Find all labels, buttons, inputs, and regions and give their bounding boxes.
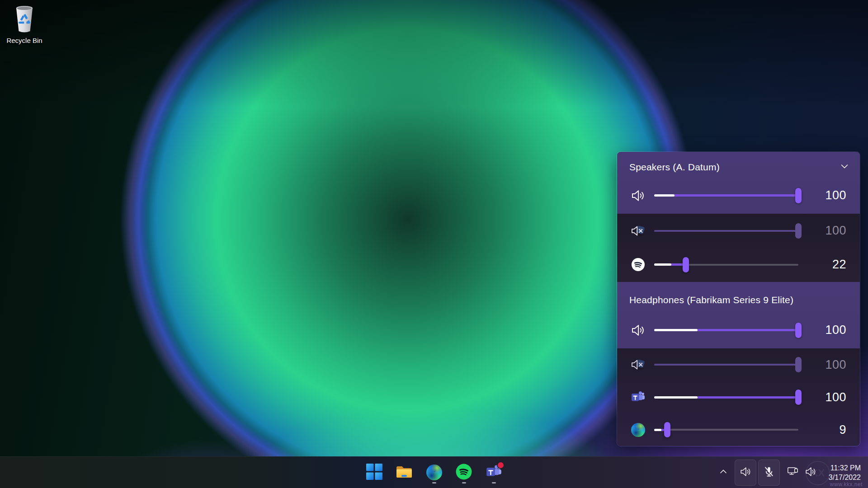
app-volume-row: 22 (617, 248, 860, 282)
spotify-icon (629, 256, 647, 274)
device-name: Headphones (Fabrikam Series 9 Elite) (629, 295, 793, 305)
speaker-output-icon (805, 466, 816, 479)
device-volume-slider[interactable] (654, 188, 798, 204)
app-volume-row: 100 (617, 381, 860, 413)
clock-date: 3/17/2022 (822, 473, 861, 482)
notification-badge (498, 462, 504, 468)
edge-icon (629, 421, 647, 439)
slider-thumb[interactable] (795, 357, 802, 372)
chevron-up-icon (718, 467, 728, 479)
clock[interactable]: 11:32 PM 3/17/2022 (822, 463, 863, 482)
slider-thumb[interactable] (795, 223, 802, 239)
volume-value: 100 (807, 188, 846, 202)
start-icon (366, 464, 382, 482)
app-streams-headphones: 100 100 (617, 348, 860, 446)
file-explorer-icon (396, 465, 413, 481)
spotify-button[interactable] (454, 460, 473, 485)
watermark-text: www.kkx.net (830, 481, 863, 488)
slider-thumb[interactable] (795, 188, 802, 203)
app-streams-speakers: 100 22 (617, 214, 860, 282)
running-indicator (462, 482, 466, 483)
device-volume-row: 100 (617, 177, 860, 214)
device-name: Speakers (A. Datum) (629, 162, 720, 173)
app-volume-slider[interactable] (654, 223, 798, 239)
tray-indicator-icons[interactable] (787, 466, 816, 479)
device-section-headphones: Headphones (Fabrikam Series 9 Elite) 100 (617, 282, 860, 348)
recycle-bin[interactable]: Recycle Bin (6, 4, 42, 44)
start-button[interactable] (365, 460, 384, 485)
volume-value: 100 (807, 390, 846, 404)
recycle-bin-icon (12, 4, 37, 35)
tray-overflow-button[interactable] (716, 464, 731, 482)
teams-icon (629, 388, 647, 406)
file-explorer-button[interactable] (395, 460, 414, 485)
slider-thumb[interactable] (795, 389, 802, 405)
volume-mixer-flyout: Speakers (A. Datum) 100 (617, 151, 860, 446)
app-volume-slider[interactable] (654, 257, 798, 273)
slider-thumb[interactable] (683, 257, 689, 272)
app-volume-row: 100 (617, 214, 860, 248)
app-volume-row: 9 (617, 413, 860, 446)
system-sounds-muted-icon (629, 222, 647, 240)
running-indicator (432, 482, 436, 483)
microphone-muted-icon (763, 466, 775, 479)
slider-thumb[interactable] (795, 323, 802, 338)
taskbar: KX 11:32 PM 3/17/2022 www.kkx.net (0, 456, 868, 488)
monitor-plug-icon (787, 466, 799, 479)
microphone-tray-button[interactable] (758, 460, 780, 486)
app-volume-row: 100 (617, 348, 860, 381)
speaker-volume-icon (629, 321, 647, 339)
spotify-icon (456, 464, 472, 482)
speaker-icon (740, 466, 751, 479)
device-volume-row: 100 (617, 312, 860, 348)
chevron-down-icon[interactable] (839, 161, 850, 174)
volume-value: 100 (807, 323, 846, 337)
desktop: Recycle Bin Speakers (A. Datum) (0, 0, 868, 488)
clock-time: 11:32 PM (822, 463, 861, 473)
device-volume-slider[interactable] (654, 322, 798, 338)
system-sounds-muted-icon (629, 356, 647, 374)
volume-value: 22 (807, 258, 846, 272)
volume-tray-button[interactable] (735, 460, 756, 486)
volume-value: 100 (807, 224, 846, 238)
teams-button[interactable] (484, 460, 503, 485)
edge-icon (426, 465, 442, 480)
app-volume-slider[interactable] (654, 389, 798, 405)
running-indicator (492, 482, 496, 483)
slider-thumb[interactable] (664, 422, 670, 437)
speaker-volume-icon (629, 187, 647, 205)
app-volume-slider[interactable] (654, 422, 798, 438)
recycle-bin-label: Recycle Bin (6, 37, 42, 44)
volume-value: 100 (807, 358, 846, 372)
app-volume-slider[interactable] (654, 357, 798, 373)
volume-value: 9 (807, 423, 846, 437)
device-section-speakers: Speakers (A. Datum) 100 (617, 152, 860, 214)
edge-button[interactable] (425, 460, 443, 485)
